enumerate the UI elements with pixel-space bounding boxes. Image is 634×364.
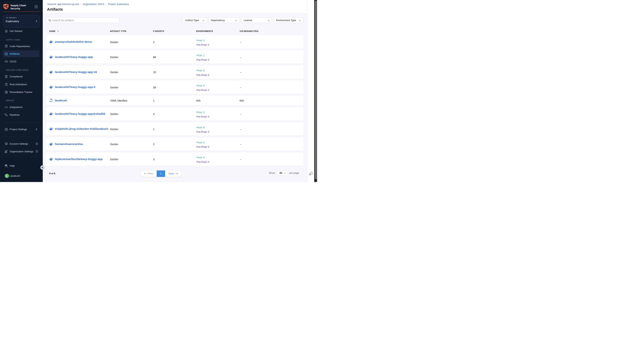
svg-text:YML: YML	[49, 101, 52, 102]
svg-text:?: ?	[6, 164, 6, 166]
